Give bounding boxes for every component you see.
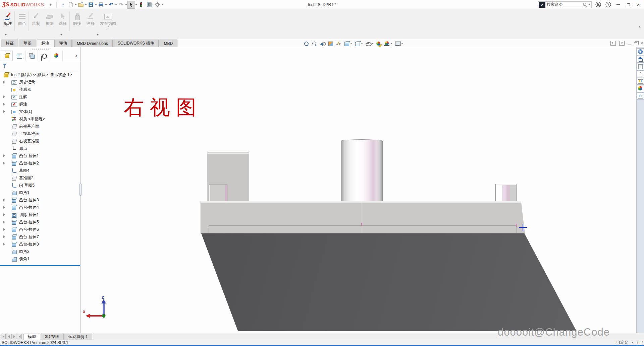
show-pane-right-icon[interactable] — [619, 40, 625, 46]
task-pane-tab[interactable] — [637, 78, 644, 85]
command-tab[interactable]: 草图 — [19, 40, 36, 47]
panel-drag-handle[interactable] — [32, 49, 49, 50]
tree-item[interactable]: 凸台-拉伸1 — [0, 152, 80, 159]
task-pane-tab[interactable] — [637, 63, 644, 70]
search-input[interactable]: > 搜索命令 — [538, 1, 592, 8]
task-pane-tab[interactable] — [637, 56, 644, 63]
panel-tabs-overflow-icon[interactable]: > — [72, 51, 80, 61]
tree-item[interactable]: 前视基准面 — [0, 123, 80, 130]
tree-item[interactable]: 实体(1) — [0, 108, 80, 115]
task-pane-tab[interactable] — [637, 92, 644, 99]
print-button[interactable] — [97, 1, 105, 9]
task-pane-tab[interactable] — [637, 85, 644, 92]
task-pane-tab[interactable] — [637, 70, 644, 77]
doc-restore-icon[interactable] — [634, 42, 637, 45]
tree-item[interactable]: 圆角2 — [0, 248, 80, 255]
sheet-nav-button[interactable] — [17, 334, 22, 339]
bottom-tab[interactable]: 3D 视图 — [41, 334, 64, 340]
tree-item[interactable]: 原点 — [0, 145, 80, 152]
feature-panel-tab[interactable] — [50, 51, 63, 61]
hud-button[interactable] — [354, 40, 364, 47]
ribbon-button[interactable]: 发布为图片 — [97, 11, 119, 31]
dropdown-caret-icon[interactable] — [401, 43, 403, 44]
group-flyout-icon[interactable] — [60, 34, 62, 36]
tree-item[interactable]: 标注 — [0, 100, 80, 108]
account-button[interactable] — [594, 1, 602, 8]
panel-splitter-grip[interactable] — [79, 184, 82, 196]
ribbon-button[interactable]: 注释 — [84, 11, 97, 31]
dropdown-caret-icon[interactable] — [361, 43, 363, 44]
doc-minimize-icon[interactable] — [628, 45, 631, 45]
save-button[interactable] — [87, 1, 95, 9]
tree-filter-bar[interactable] — [0, 61, 80, 70]
tree-item[interactable]: 材质 <未指定> — [0, 115, 80, 123]
hud-button[interactable] — [364, 40, 375, 47]
expand-arrow-icon[interactable] — [3, 243, 5, 246]
toolbar-flyout-icon[interactable] — [5, 34, 7, 36]
tree-item[interactable]: 上视基准面 — [0, 130, 80, 137]
expand-arrow-icon[interactable] — [3, 221, 5, 223]
hud-button[interactable] — [394, 40, 404, 47]
expand-arrow-icon[interactable] — [3, 228, 5, 231]
search-dropdown-icon[interactable] — [588, 4, 590, 5]
tree-item[interactable]: 凸台-拉伸2 — [0, 159, 80, 167]
tree-item[interactable]: 右视基准面 — [0, 137, 80, 145]
undo-button[interactable]: ↶ — [107, 1, 115, 9]
tree-item[interactable]: 凸台-拉伸4 — [0, 204, 80, 211]
ribbon-collapse-icon[interactable] — [639, 26, 641, 27]
redo-button[interactable]: ↷ — [117, 1, 125, 9]
ribbon-button[interactable]: 选择 — [56, 11, 70, 31]
rollback-bar[interactable] — [0, 265, 80, 266]
tree-item[interactable]: 传感器 — [0, 86, 80, 93]
customize-menu[interactable]: 自定义 — [616, 340, 628, 345]
expand-arrow-icon[interactable] — [3, 110, 5, 113]
sheet-nav-button[interactable] — [1, 334, 6, 339]
tree-item[interactable]: 凸台-拉伸3 — [0, 196, 80, 204]
feature-panel-tab[interactable] — [38, 51, 50, 61]
command-tab[interactable]: MBD — [159, 40, 177, 47]
model-cylinder-boss[interactable] — [341, 139, 383, 201]
expand-arrow-icon[interactable] — [3, 162, 5, 164]
sheet-nav-button[interactable] — [11, 334, 16, 339]
sheet-nav-button[interactable] — [6, 334, 11, 339]
expand-arrow-icon[interactable] — [3, 213, 5, 216]
new-document-button[interactable] — [67, 1, 75, 9]
ribbon-button[interactable]: 标注 — [1, 11, 15, 31]
file-properties-button[interactable] — [145, 1, 153, 9]
dropdown-caret-icon[interactable] — [350, 43, 352, 44]
ribbon-button[interactable]: 触摸 — [70, 11, 84, 31]
feature-panel-tab[interactable] — [25, 51, 38, 61]
customize-caret-icon[interactable] — [632, 342, 634, 343]
tree-item[interactable]: 倒角1 — [0, 255, 80, 263]
tree-item[interactable]: 凸台-拉伸7 — [0, 233, 80, 240]
select-tool-button[interactable] — [127, 1, 135, 9]
tree-item[interactable]: 凸台-拉伸5 — [0, 218, 80, 226]
open-button[interactable] — [77, 1, 85, 9]
hud-button[interactable] — [343, 40, 353, 47]
tag-icon[interactable] — [637, 340, 642, 345]
model-right-boss[interactable] — [495, 184, 517, 201]
expand-arrow-icon[interactable] — [3, 95, 5, 98]
tree-item[interactable]: 基准面2 — [0, 174, 80, 182]
ribbon-button[interactable]: 绘制 — [30, 11, 43, 31]
bottom-tab[interactable]: 运动算例 1 — [64, 334, 92, 340]
hud-button[interactable] — [327, 40, 334, 47]
doc-close-icon[interactable]: × — [640, 41, 643, 46]
tree-item[interactable]: 历史记录 — [0, 78, 80, 86]
hud-button[interactable] — [383, 40, 393, 47]
hud-button[interactable] — [335, 40, 342, 47]
expand-arrow-icon[interactable] — [3, 81, 5, 83]
dropdown-caret-icon[interactable] — [372, 43, 374, 44]
tree-item[interactable]: 切除-拉伸1 — [0, 211, 80, 218]
rebuild-button[interactable] — [137, 1, 145, 9]
tree-item[interactable]: 注解 — [0, 93, 80, 100]
hud-button[interactable] — [303, 40, 310, 47]
menu-flyout-icon[interactable] — [50, 3, 52, 6]
expand-arrow-icon[interactable] — [3, 235, 5, 238]
command-tab[interactable]: 特征 — [1, 40, 18, 47]
help-button[interactable]: ? — [604, 1, 612, 8]
options-dropdown-icon[interactable] — [161, 4, 163, 5]
task-pane-tab[interactable] — [637, 48, 644, 55]
tree-item[interactable]: 圆角1 — [0, 189, 80, 196]
command-tab[interactable]: MBD Dimensions — [72, 40, 113, 47]
